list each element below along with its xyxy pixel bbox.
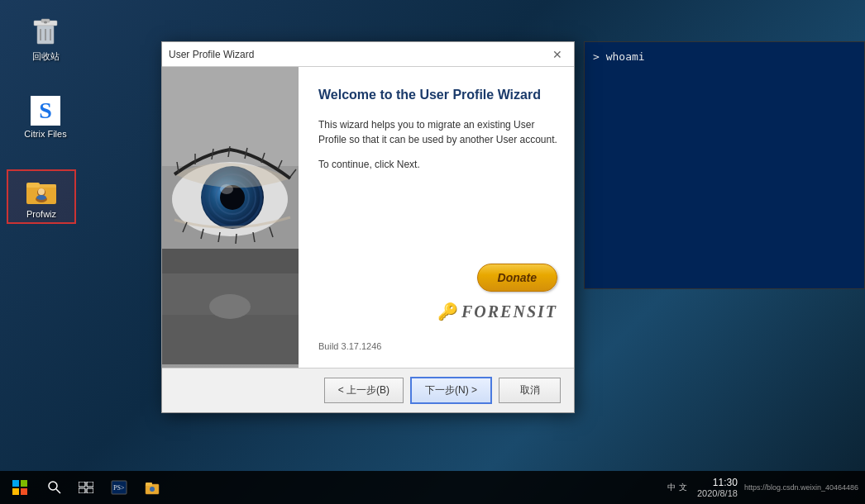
close-button[interactable]: ✕ <box>547 45 567 64</box>
terminal-prompt: > whoami <box>593 50 856 63</box>
svg-point-41 <box>209 294 251 319</box>
svg-line-29 <box>236 234 237 244</box>
citrix-label: Citrix Files <box>24 129 66 139</box>
task-view-button[interactable] <box>69 471 103 504</box>
svg-rect-48 <box>79 482 85 487</box>
wizard-dialog: User Profile Wizard ✕ <box>161 41 575 413</box>
dialog-title: User Profile Wizard <box>169 49 547 60</box>
terminal-window: > whoami <box>584 41 865 289</box>
svg-point-6 <box>44 21 47 24</box>
profwiz-icon <box>25 174 58 207</box>
recycle-bin-label: 回收站 <box>32 50 60 63</box>
start-button[interactable] <box>0 471 40 504</box>
svg-rect-55 <box>146 483 152 486</box>
svg-rect-40 <box>162 273 299 364</box>
dialog-body: Welcome to the User Profile Wizard This … <box>162 67 574 368</box>
svg-point-13 <box>36 195 46 200</box>
forensit-logo: 🔑 FORENSIT <box>437 302 557 321</box>
desktop-icon-citrix[interactable]: S Citrix Files <box>12 91 79 142</box>
svg-rect-44 <box>12 488 19 495</box>
svg-rect-9 <box>26 184 56 188</box>
wizard-description2: To continue, click Next. <box>318 157 557 172</box>
search-button[interactable] <box>40 471 69 504</box>
svg-rect-42 <box>12 480 19 487</box>
svg-text:PS>: PS> <box>113 484 125 492</box>
recycle-bin-icon <box>29 16 62 49</box>
wizard-heading: Welcome to the User Profile Wizard <box>318 87 557 104</box>
taskbar-time: 11:30 <box>713 477 738 488</box>
svg-rect-43 <box>21 480 27 487</box>
back-button[interactable]: < 上一步(B) <box>324 378 404 403</box>
svg-rect-49 <box>87 482 93 487</box>
dialog-footer: < 上一步(B) 下一步(N) > 取消 <box>162 368 574 412</box>
system-tray: 中 文 <box>667 482 687 493</box>
desktop: > whoami 回收站 S Citrix Files <box>0 0 865 504</box>
citrix-icon: S <box>29 94 62 127</box>
forensit-text: FORENSIT <box>461 302 557 321</box>
explorer-taskbar-button[interactable] <box>136 471 169 504</box>
cancel-button[interactable]: 取消 <box>499 378 561 403</box>
next-button[interactable]: 下一步(N) > <box>410 377 492 404</box>
taskbar-url: https://blog.csdn.weixin_40464486 <box>744 483 858 492</box>
dialog-content: Welcome to the User Profile Wizard This … <box>299 67 574 368</box>
forensit-key-icon: 🔑 <box>437 302 458 321</box>
profwiz-label: Profwiz <box>26 209 56 219</box>
wizard-image <box>162 67 299 368</box>
svg-point-12 <box>38 188 45 195</box>
svg-rect-45 <box>21 488 27 495</box>
svg-point-46 <box>49 482 57 490</box>
svg-point-56 <box>150 487 155 492</box>
wizard-description1: This wizard helps you to migrate an exis… <box>318 117 557 147</box>
desktop-icon-recycle-bin[interactable]: 回收站 <box>12 12 79 66</box>
dialog-titlebar: User Profile Wizard ✕ <box>162 42 574 67</box>
svg-rect-51 <box>87 488 93 493</box>
svg-line-47 <box>56 489 60 493</box>
taskbar-right: 中 文 11:30 2020/8/18 https://blog.csdn.we… <box>667 477 865 498</box>
taskbar-date: 2020/8/18 <box>697 488 738 498</box>
terminal-taskbar-button[interactable]: PS> <box>103 471 136 504</box>
build-version: Build 3.17.1246 <box>318 341 381 351</box>
donate-button[interactable]: Donate <box>477 264 557 292</box>
svg-rect-50 <box>79 488 85 493</box>
desktop-icon-profwiz[interactable]: Profwiz <box>7 169 76 224</box>
donate-area: Donate 🔑 FORENSIT <box>318 264 557 321</box>
taskbar: PS> 中 文 11:30 2020/8/18 https://blog.csd… <box>0 471 865 504</box>
